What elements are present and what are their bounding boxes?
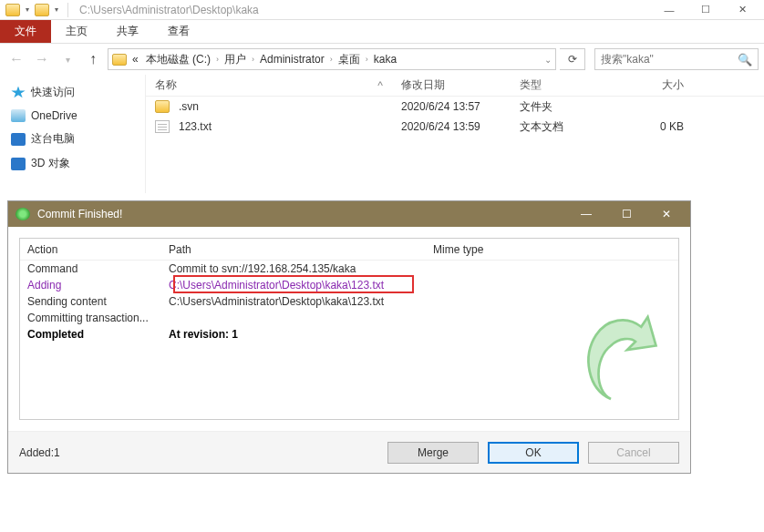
tortoise-icon	[15, 208, 30, 220]
folder-icon	[155, 100, 170, 113]
merge-button[interactable]: Merge	[387, 442, 479, 464]
forward-button[interactable]: →	[31, 48, 53, 70]
ok-button[interactable]: OK	[488, 442, 579, 464]
commit-status: Added:1	[19, 446, 378, 459]
sidebar-quick-access[interactable]: 快速访问	[7, 80, 138, 105]
dialog-footer: Added:1 Merge OK Cancel	[8, 431, 690, 473]
breadcrumb-item[interactable]: 本地磁盘 (C:)	[144, 52, 212, 67]
cloud-icon	[11, 109, 26, 122]
log-col-action[interactable]: Action	[20, 243, 161, 256]
search-icon[interactable]: 🔍	[738, 53, 752, 66]
cancel-button[interactable]: Cancel	[588, 442, 679, 464]
folder-icon	[112, 54, 127, 66]
back-button[interactable]: ←	[5, 48, 27, 70]
col-type[interactable]: 类型	[511, 77, 602, 93]
chevron-right-icon[interactable]: ›	[216, 55, 219, 64]
tab-view[interactable]: 查看	[153, 20, 204, 43]
maximize-button[interactable]: ☐	[610, 203, 643, 225]
up-button[interactable]: ↑	[82, 48, 104, 70]
file-row[interactable]: .svn 2020/6/24 13:57 文件夹	[146, 97, 764, 117]
titlebar: ▾ ▾ C:\Users\Administrator\Desktop\kaka …	[0, 0, 764, 20]
sidebar-label: 3D 对象	[31, 156, 70, 171]
ribbon-tabs: 文件 主页 共享 查看	[0, 20, 764, 44]
refresh-button[interactable]: ⟳	[560, 48, 585, 70]
breadcrumb-item[interactable]: Administrator	[258, 53, 326, 66]
cube-icon	[11, 158, 26, 170]
log-row: CommandCommit to svn://192.168.254.135/k…	[20, 261, 678, 277]
commit-success-icon	[578, 308, 660, 408]
chevron-right-icon[interactable]: ›	[252, 55, 254, 64]
sidebar-3d-objects[interactable]: 3D 对象	[7, 151, 138, 176]
dropdown-icon[interactable]: ▾	[26, 5, 29, 14]
star-icon	[11, 87, 26, 99]
nav-sidebar: 快速访问 OneDrive 这台电脑 3D 对象	[0, 75, 146, 193]
chevron-right-icon[interactable]: ›	[366, 55, 368, 64]
file-type: 文本文档	[511, 119, 602, 135]
folder-icon	[5, 4, 20, 16]
tab-share[interactable]: 共享	[102, 20, 153, 43]
file-row[interactable]: 123.txt 2020/6/24 13:59 文本文档 0 KB	[146, 117, 764, 137]
file-name: 123.txt	[179, 120, 212, 133]
log-header: Action Path Mime type	[20, 239, 678, 261]
close-button[interactable]: ✕	[726, 1, 759, 19]
sidebar-label: 快速访问	[31, 85, 75, 100]
chevron-right-icon[interactable]: ›	[330, 55, 333, 64]
log-col-path[interactable]: Path	[161, 243, 426, 256]
col-name[interactable]: 名称^	[146, 77, 392, 93]
commit-dialog: Commit Finished! — ☐ ✕ Action Path Mime …	[7, 200, 691, 474]
monitor-icon	[11, 133, 26, 146]
navbar: ← → ▾ ↑ « 本地磁盘 (C:) › 用户 › Administrator…	[0, 44, 764, 75]
breadcrumb-item[interactable]: 桌面	[336, 52, 362, 67]
sidebar-label: OneDrive	[31, 109, 77, 122]
file-size: 0 KB	[602, 120, 693, 133]
minimize-button[interactable]: —	[570, 203, 603, 225]
address-bar[interactable]: « 本地磁盘 (C:) › 用户 › Administrator › 桌面 › …	[108, 48, 556, 70]
sidebar-label: 这台电脑	[31, 131, 75, 147]
window-title-path: C:\Users\Administrator\Desktop\kaka	[79, 4, 259, 16]
chevron-down-icon[interactable]: ⌄	[544, 55, 552, 65]
dialog-titlebar[interactable]: Commit Finished! — ☐ ✕	[8, 201, 690, 227]
col-date[interactable]: 修改日期	[392, 77, 511, 93]
minimize-button[interactable]: —	[653, 1, 686, 19]
file-date: 2020/6/24 13:59	[392, 120, 511, 133]
file-date: 2020/6/24 13:57	[392, 100, 511, 113]
maximize-button[interactable]: ☐	[689, 1, 722, 19]
breadcrumb-item[interactable]: kaka	[372, 53, 398, 66]
commit-log[interactable]: Action Path Mime type CommandCommit to s…	[19, 238, 679, 420]
file-pane: 名称^ 修改日期 类型 大小 .svn 2020/6/24 13:57 文件夹 …	[146, 75, 764, 193]
breadcrumb-item[interactable]: 用户	[222, 52, 248, 67]
file-name: .svn	[179, 100, 199, 113]
file-list-header: 名称^ 修改日期 类型 大小	[146, 75, 764, 97]
log-row: AddingC:\Users\Administrator\Desktop\kak…	[20, 277, 678, 293]
file-type: 文件夹	[511, 99, 602, 115]
tab-home[interactable]: 主页	[51, 20, 102, 43]
close-button[interactable]: ✕	[650, 203, 683, 225]
sidebar-this-pc[interactable]: 这台电脑	[7, 127, 138, 151]
history-dropdown[interactable]: ▾	[57, 48, 78, 70]
search-box[interactable]: 🔍	[594, 48, 759, 70]
search-input[interactable]	[601, 53, 738, 66]
col-size[interactable]: 大小	[602, 77, 693, 93]
log-col-mime[interactable]: Mime type	[426, 243, 535, 256]
sort-caret-icon: ^	[377, 79, 383, 92]
text-file-icon	[155, 120, 170, 133]
breadcrumb-root[interactable]: «	[130, 53, 140, 66]
dropdown-icon[interactable]: ▾	[55, 5, 58, 14]
folder-open-icon[interactable]	[35, 4, 49, 16]
sidebar-onedrive[interactable]: OneDrive	[7, 105, 138, 127]
dialog-title: Commit Finished!	[37, 208, 122, 220]
tab-file[interactable]: 文件	[0, 20, 51, 43]
